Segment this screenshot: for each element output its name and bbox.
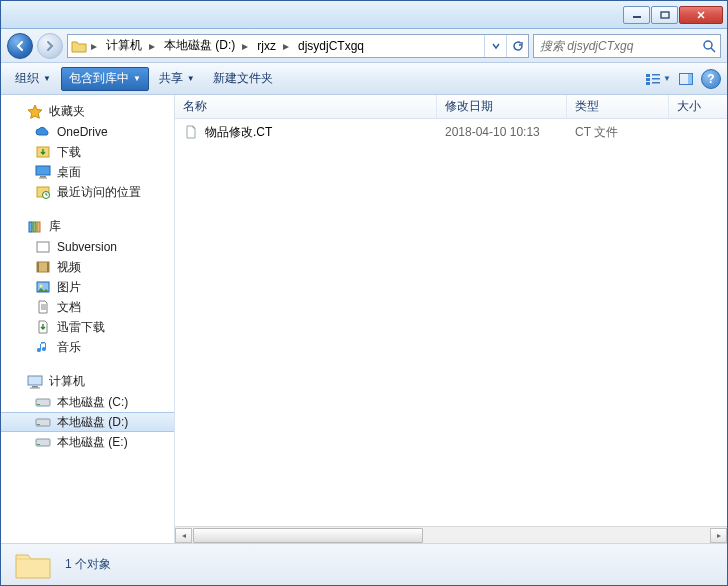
sidebar-item-documents[interactable]: 文档 <box>1 297 174 317</box>
sidebar-item-drive-c[interactable]: 本地磁盘 (C:) <box>1 392 174 412</box>
sidebar-item-drive-d[interactable]: 本地磁盘 (D:) <box>1 412 174 432</box>
sidebar-item-label: 本地磁盘 (E:) <box>57 434 128 451</box>
sidebar-item-onedrive[interactable]: OneDrive <box>1 122 174 142</box>
nav-forward-button[interactable] <box>37 33 63 59</box>
svg-rect-18 <box>33 222 36 232</box>
horizontal-scrollbar[interactable]: ◂ ▸ <box>175 526 727 543</box>
svg-rect-10 <box>688 74 692 84</box>
sidebar-item-label: 本地磁盘 (C:) <box>57 394 128 411</box>
chevron-right-icon[interactable]: ▸ <box>146 39 158 53</box>
column-type[interactable]: 类型 <box>567 95 669 118</box>
help-button[interactable]: ? <box>701 69 721 89</box>
chevron-down-icon: ▼ <box>43 74 51 83</box>
breadcrumb[interactable]: ▸ 计算机 ▸ 本地磁盘 (D:) ▸ rjxz ▸ djsydjCTxgq <box>67 34 529 58</box>
breadcrumb-seg[interactable]: 本地磁盘 (D:) <box>158 35 239 57</box>
picture-icon <box>35 279 51 295</box>
sidebar-item-thunder[interactable]: 迅雷下载 <box>1 317 174 337</box>
sidebar-item-pictures[interactable]: 图片 <box>1 277 174 297</box>
libraries-label: 库 <box>49 218 61 235</box>
sidebar-item-desktop[interactable]: 桌面 <box>1 162 174 182</box>
svg-rect-6 <box>652 78 660 80</box>
sidebar-item-label: 视频 <box>57 259 81 276</box>
sidebar-item-label: 迅雷下载 <box>57 319 105 336</box>
desktop-icon <box>35 164 51 180</box>
sidebar-item-recent[interactable]: 最近访问的位置 <box>1 182 174 202</box>
sidebar-item-subversion[interactable]: Subversion <box>1 237 174 257</box>
sidebar-head-computer[interactable]: 计算机 <box>1 371 174 392</box>
search-icon[interactable] <box>702 39 716 53</box>
file-date: 2018-04-10 10:13 <box>437 125 567 139</box>
file-name: 物品修改.CT <box>205 124 272 141</box>
folder-icon <box>70 38 88 54</box>
expand-icon[interactable] <box>11 107 21 117</box>
breadcrumb-seg[interactable]: 计算机 <box>100 35 146 57</box>
sidebar-head-libraries[interactable]: 库 <box>1 216 174 237</box>
expand-icon[interactable] <box>11 222 21 232</box>
library-icon <box>27 219 43 235</box>
refresh-button[interactable] <box>506 35 528 57</box>
scroll-left-button[interactable]: ◂ <box>175 528 192 543</box>
search-box[interactable] <box>533 34 721 58</box>
svg-rect-23 <box>47 262 49 272</box>
sidebar-item-drive-e[interactable]: 本地磁盘 (E:) <box>1 432 174 452</box>
svg-rect-5 <box>646 78 650 81</box>
favorites-label: 收藏夹 <box>49 103 85 120</box>
breadcrumb-seg[interactable]: rjxz <box>251 35 280 57</box>
include-in-library-button[interactable]: 包含到库中 ▼ <box>61 67 149 91</box>
chevron-down-icon: ▼ <box>133 74 141 83</box>
sidebar-item-downloads[interactable]: 下载 <box>1 142 174 162</box>
preview-pane-button[interactable] <box>673 67 699 91</box>
nav-back-button[interactable] <box>7 33 33 59</box>
drive-icon <box>35 434 51 450</box>
file-name-cell[interactable]: 物品修改.CT <box>175 124 437 141</box>
sidebar-item-label: 图片 <box>57 279 81 296</box>
scroll-thumb[interactable] <box>193 528 423 543</box>
sidebar-head-favorites[interactable]: 收藏夹 <box>1 101 174 122</box>
organize-label: 组织 <box>15 70 39 87</box>
computer-label: 计算机 <box>49 373 85 390</box>
svg-point-25 <box>40 285 43 288</box>
computer-icon <box>27 374 43 390</box>
chevron-right-icon[interactable]: ▸ <box>239 39 251 53</box>
sidebar-group-favorites: 收藏夹 OneDrive 下载 桌面 最近访问的位置 <box>1 101 174 202</box>
sidebar-item-videos[interactable]: 视频 <box>1 257 174 277</box>
svg-rect-34 <box>37 444 40 445</box>
close-button[interactable] <box>679 6 723 24</box>
svg-rect-13 <box>40 176 46 178</box>
expand-icon[interactable] <box>11 377 21 387</box>
search-input[interactable] <box>538 38 702 54</box>
scroll-right-button[interactable]: ▸ <box>710 528 727 543</box>
chevron-right-icon[interactable]: ▸ <box>88 39 100 53</box>
svg-rect-3 <box>646 74 650 77</box>
column-date[interactable]: 修改日期 <box>437 95 567 118</box>
recent-icon <box>35 184 51 200</box>
new-folder-label: 新建文件夹 <box>213 70 273 87</box>
minimize-button[interactable] <box>623 6 650 24</box>
sidebar-item-label: 音乐 <box>57 339 81 356</box>
status-text: 1 个对象 <box>65 556 111 573</box>
titlebar <box>1 1 727 29</box>
chevron-right-icon[interactable]: ▸ <box>280 39 292 53</box>
document-icon <box>35 299 51 315</box>
column-name[interactable]: 名称 <box>175 95 437 118</box>
new-folder-button[interactable]: 新建文件夹 <box>205 67 281 91</box>
main-split: 收藏夹 OneDrive 下载 桌面 最近访问的位置 <box>1 95 727 543</box>
svg-rect-20 <box>37 242 49 252</box>
music-icon <box>35 339 51 355</box>
file-list[interactable]: 物品修改.CT 2018-04-10 10:13 CT 文件 <box>175 119 727 526</box>
organize-button[interactable]: 组织 ▼ <box>7 67 59 91</box>
video-icon <box>35 259 51 275</box>
column-size[interactable]: 大小 <box>669 95 727 118</box>
breadcrumb-seg[interactable]: djsydjCTxgq <box>292 35 368 57</box>
breadcrumb-dropdown-button[interactable] <box>484 35 506 57</box>
sidebar[interactable]: 收藏夹 OneDrive 下载 桌面 最近访问的位置 <box>1 95 175 543</box>
svg-rect-12 <box>36 166 50 175</box>
svg-point-2 <box>704 41 712 49</box>
share-button[interactable]: 共享 ▼ <box>151 67 203 91</box>
share-label: 共享 <box>159 70 183 87</box>
maximize-button[interactable] <box>651 6 678 24</box>
view-options-button[interactable]: ▼ <box>645 67 671 91</box>
table-row[interactable]: 物品修改.CT 2018-04-10 10:13 CT 文件 <box>175 119 727 141</box>
sidebar-item-label: 本地磁盘 (D:) <box>57 414 128 431</box>
sidebar-item-music[interactable]: 音乐 <box>1 337 174 357</box>
